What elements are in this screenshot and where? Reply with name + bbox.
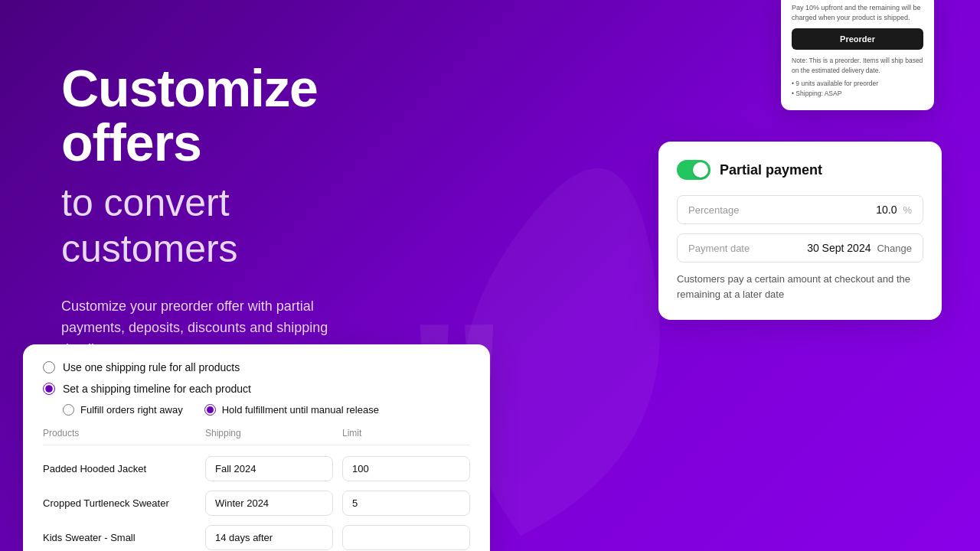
preorder-note2: Note: This is a preorder. Items will shi… <box>792 56 923 75</box>
headline-sub1: to convert <box>61 181 230 224</box>
headline: Customize offers to convert customers <box>61 61 383 272</box>
product-name-3: Kids Sweater - Small <box>43 532 196 543</box>
percentage-value: 10.0 <box>876 204 897 216</box>
hold-fulfillment-radio[interactable] <box>204 404 216 416</box>
col-products: Products <box>43 428 196 439</box>
fulfill-right-away-radio[interactable] <box>63 404 74 416</box>
change-date-link[interactable]: Change <box>877 243 912 254</box>
payment-date-input-row[interactable]: Payment date 30 Sept 2024 Change <box>677 233 923 262</box>
payment-date-value: 30 Sept 2024 <box>807 242 871 254</box>
preorder-button[interactable]: Preorder <box>792 28 923 50</box>
shipping-input-3[interactable] <box>205 525 333 550</box>
shipping-option2-row[interactable]: Set a shipping timeline for each product <box>43 383 470 395</box>
shipping-sub-options-row: Fulfill orders right away Hold fulfillme… <box>63 404 470 416</box>
preorder-bullet1: • 9 units available for preorder <box>792 80 923 87</box>
fulfill-right-away-label: Fulfill orders right away <box>80 404 183 416</box>
partial-payment-title: Partial payment <box>720 162 822 178</box>
payment-date-label: Payment date <box>688 243 807 254</box>
card-partial-payment: Partial payment Percentage 10.0 % Paymen… <box>658 142 942 320</box>
table-row: Kids Sweater - Small <box>43 520 470 551</box>
card-partial-header: Partial payment <box>677 160 923 180</box>
preorder-note-text: Pay 10% upfront and the remaining will b… <box>792 3 923 22</box>
limit-input-2[interactable] <box>342 491 470 516</box>
shipping-input-2[interactable] <box>205 491 333 516</box>
col-limit: Limit <box>342 428 470 439</box>
card-preorder: Pay 10% upfront and the remaining will b… <box>781 0 934 110</box>
shipping-option2-radio[interactable] <box>43 383 55 395</box>
hold-fulfillment-option[interactable]: Hold fulfillment until manual release <box>204 404 379 416</box>
shipping-table-header: Products Shipping Limit <box>43 428 470 445</box>
shipping-option2-label: Set a shipping timeline for each product <box>63 383 251 395</box>
shipping-input-1[interactable] <box>205 456 333 481</box>
shipping-option1-label: Use one shipping rule for all products <box>63 361 240 373</box>
headline-line1: Customize <box>61 59 318 117</box>
table-row: Cropped Turtleneck Sweater <box>43 486 470 520</box>
preorder-bullet2: • Shipping: ASAP <box>792 90 923 97</box>
shipping-option1-row[interactable]: Use one shipping rule for all products <box>43 361 470 373</box>
limit-input-3[interactable] <box>342 525 470 550</box>
percentage-suffix: % <box>903 204 912 216</box>
partial-payment-toggle[interactable] <box>677 160 710 180</box>
partial-payment-description: Customers pay a certain amount at checko… <box>677 272 923 302</box>
fulfill-right-away-option[interactable]: Fulfill orders right away <box>63 404 183 416</box>
hold-fulfillment-label: Hold fulfillment until manual release <box>222 404 379 416</box>
product-name-2: Cropped Turtleneck Sweater <box>43 497 196 509</box>
percentage-label: Percentage <box>688 204 876 216</box>
headline-sub2: customers <box>61 227 238 270</box>
col-shipping: Shipping <box>205 428 333 439</box>
headline-line2: offers <box>61 113 201 171</box>
limit-input-1[interactable] <box>342 456 470 481</box>
card-shipping-rules: Use one shipping rule for all products S… <box>23 344 490 551</box>
table-row: Padded Hooded Jacket <box>43 452 470 486</box>
percentage-input-row[interactable]: Percentage 10.0 % <box>677 195 923 224</box>
product-name-1: Padded Hooded Jacket <box>43 463 196 474</box>
shipping-option1-radio[interactable] <box>43 361 55 373</box>
